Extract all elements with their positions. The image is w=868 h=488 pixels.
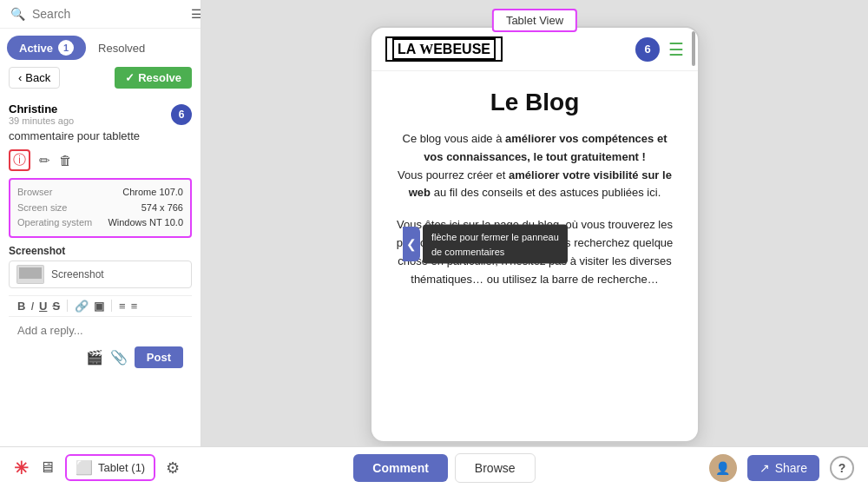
right-area: Tablet View ❮ flèche pour fermer le pann… — [201, 0, 868, 488]
underline-button[interactable]: U — [39, 300, 47, 313]
delete-icon[interactable]: 🗑 — [59, 153, 72, 168]
filter-icon[interactable]: ☰ — [191, 7, 201, 21]
main-layout: 🔍 ☰ ⇅ Active 1 Resolved ‹ Back ✓ Resolve — [0, 0, 868, 488]
comment-button[interactable]: Comment — [353, 454, 448, 482]
tooltip-line1: flèche pour fermer le panneau — [431, 230, 559, 245]
tablet-view-label: Tablet View — [492, 9, 577, 32]
avatar: 👤 — [709, 454, 737, 482]
left-panel: 🔍 ☰ ⇅ Active 1 Resolved ‹ Back ✓ Resolve — [0, 0, 201, 488]
reply-input[interactable] — [17, 324, 183, 337]
screenshot-thumb — [16, 265, 44, 284]
share-button[interactable]: ↗ Share — [747, 455, 819, 481]
intro-text2: Vous pourrez créer et — [398, 168, 509, 181]
brand-icon: ✳ — [14, 458, 29, 478]
format-divider1 — [67, 300, 68, 312]
browser-value: Chrome 107.0 — [122, 185, 183, 201]
thread-meta: Christine 39 minutes ago — [9, 102, 74, 126]
tablet-content: Le Blog Ce blog vous aide à améliorer vo… — [372, 71, 698, 306]
tablet-btn-label: Tablet (1) — [98, 461, 145, 474]
reply-area — [9, 317, 192, 343]
tab-active-badge: 1 — [58, 40, 74, 56]
back-label: Back — [25, 71, 50, 84]
os-label: Operating system — [17, 215, 92, 231]
thread-actions: ⓘ ✏ 🗑 — [9, 149, 192, 171]
tablet-logo: LA WEBEUSE — [385, 36, 503, 62]
nav-badge: 6 — [635, 37, 660, 62]
reply-actions: 🎬 📎 Post — [9, 343, 192, 375]
screen-value: 574 x 766 — [141, 201, 183, 216]
scroll-thumb — [692, 31, 695, 66]
bold-button[interactable]: B — [17, 300, 25, 313]
resolve-check-icon: ✓ — [125, 71, 135, 84]
share-icon: ↗ — [760, 461, 770, 475]
tablet-scrollbar[interactable] — [691, 28, 696, 441]
back-chevron-icon: ‹ — [18, 71, 22, 84]
tablet-nav-right: 6 ☰ — [635, 37, 684, 62]
image-button[interactable]: ▣ — [94, 300, 104, 313]
blog-title: Le Blog — [392, 89, 677, 116]
thread-user: Christine — [9, 102, 74, 115]
search-bar: 🔍 ☰ ⇅ — [0, 0, 201, 29]
post-button[interactable]: Post — [135, 346, 183, 368]
tab-resolved[interactable]: Resolved — [89, 37, 154, 59]
bottom-bar-center: Comment Browse — [353, 453, 535, 483]
screenshot-label: Screenshot — [9, 245, 192, 257]
format-divider2 — [111, 300, 112, 312]
format-bar: B I U S 🔗 ▣ ≡ ≡ — [9, 295, 192, 317]
edit-icon[interactable]: ✏ — [39, 153, 50, 168]
svg-rect-1 — [19, 267, 42, 279]
intro-text1: Ce blog vous aide à — [403, 132, 506, 145]
attachment-icon[interactable]: 📎 — [110, 349, 128, 366]
collapse-arrow[interactable]: ❮ — [403, 227, 420, 261]
strikethrough-button[interactable]: S — [52, 300, 60, 313]
meta-os-row: Operating system Windows NT 10.0 — [17, 215, 183, 231]
thread-time: 39 minutes ago — [9, 115, 74, 126]
back-button[interactable]: ‹ Back — [9, 67, 60, 89]
tab-active-label: Active — [19, 42, 53, 55]
monitor-icon[interactable]: 🖥 — [39, 458, 55, 477]
collapse-tooltip: flèche pour fermer le panneau de comment… — [423, 225, 568, 264]
screenshot-section: Screenshot Screenshot — [9, 245, 192, 288]
search-icon: 🔍 — [10, 7, 25, 21]
resolve-button[interactable]: ✓ Resolve — [115, 67, 192, 89]
thread-header: Christine 39 minutes ago 6 — [9, 102, 192, 126]
thread-text: commentaire pour tablette — [9, 129, 192, 142]
comment-thread: Christine 39 minutes ago 6 commentaire p… — [0, 96, 201, 468]
unordered-list-button[interactable]: ≡ — [131, 300, 138, 313]
link-button[interactable]: 🔗 — [75, 300, 89, 313]
search-input[interactable] — [32, 7, 184, 21]
meta-screen-row: Screen size 574 x 766 — [17, 201, 183, 216]
bottom-bar-right: 👤 ↗ Share ? — [709, 454, 854, 482]
meta-box: Browser Chrome 107.0 Screen size 574 x 7… — [9, 178, 192, 238]
browse-button[interactable]: Browse — [455, 453, 536, 483]
ordered-list-button[interactable]: ≡ — [119, 300, 126, 313]
tablet-nav: LA WEBEUSE 6 ☰ — [372, 28, 698, 71]
screenshot-row: Screenshot — [9, 260, 192, 288]
thread-badge: 6 — [171, 104, 192, 125]
info-icon[interactable]: ⓘ — [9, 149, 30, 171]
tabs-row: Active 1 Resolved — [0, 29, 201, 60]
back-resolve-row: ‹ Back ✓ Resolve — [0, 60, 201, 96]
filter-icons: ☰ ⇅ — [191, 7, 201, 21]
tab-active[interactable]: Active 1 — [7, 36, 86, 60]
share-label: Share — [775, 461, 807, 475]
intro-text3: au fil des conseils et des astuces publi… — [431, 186, 661, 199]
screenshot-name: Screenshot — [51, 268, 104, 280]
video-icon[interactable]: 🎬 — [86, 349, 103, 366]
meta-browser-row: Browser Chrome 107.0 — [17, 185, 183, 201]
screen-label: Screen size — [17, 201, 67, 216]
settings-icon[interactable]: ⚙ — [166, 458, 180, 478]
hamburger-icon[interactable]: ☰ — [668, 39, 684, 60]
bottom-bar-left: ✳ 🖥 ⬜ Tablet (1) ⚙ — [14, 454, 180, 481]
tablet-icon: ⬜ — [76, 459, 93, 476]
bottom-bar: ✳ 🖥 ⬜ Tablet (1) ⚙ Comment Browse 👤 ↗ Sh… — [0, 446, 868, 488]
os-value: Windows NT 10.0 — [108, 215, 183, 231]
browser-label: Browser — [17, 185, 52, 201]
tooltip-line2: de commentaires — [431, 244, 559, 259]
collapse-arrow-icon: ❮ — [406, 237, 417, 251]
resolve-label: Resolve — [138, 71, 181, 84]
tablet-device-button[interactable]: ⬜ Tablet (1) — [65, 454, 155, 481]
help-button[interactable]: ? — [830, 456, 854, 480]
italic-button[interactable]: I — [30, 300, 34, 313]
blog-intro: Ce blog vous aide à améliorer vos compét… — [392, 130, 677, 202]
